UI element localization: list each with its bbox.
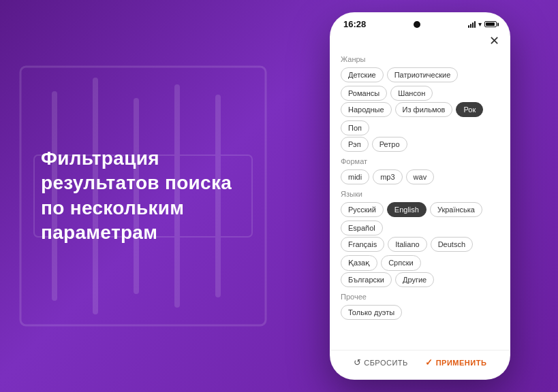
phone-screen: 16:28 ▾ ✕ Жанры bbox=[331, 14, 509, 378]
hero-text: Фильтрация результатов поиска по несколь… bbox=[41, 146, 245, 246]
other-tags-row: Только дуэты bbox=[341, 305, 499, 320]
tag-шансон[interactable]: Шансон bbox=[390, 86, 433, 101]
tag-български[interactable]: Български bbox=[341, 272, 392, 287]
tag-рок[interactable]: Рок bbox=[456, 102, 483, 117]
languages-tags-row-3: Български Другие bbox=[341, 272, 499, 287]
status-time: 16:28 bbox=[343, 19, 366, 29]
close-row: ✕ bbox=[331, 32, 509, 48]
reset-button[interactable]: ↺ СБРОСИТЬ bbox=[354, 357, 408, 368]
tag-народные[interactable]: Народные bbox=[341, 102, 392, 117]
tag-рэп[interactable]: Рэп bbox=[341, 137, 369, 152]
hero-line2: результатов поиска bbox=[41, 173, 232, 194]
tag-français[interactable]: Français bbox=[341, 237, 384, 252]
tag-другие[interactable]: Другие bbox=[395, 272, 434, 287]
genres-section: Жанры Детские Патриотические Романсы Шан… bbox=[341, 55, 499, 152]
bottom-bar: ↺ СБРОСИТЬ ✓ ПРИМЕНИТЬ bbox=[331, 350, 509, 378]
signal-icon bbox=[468, 21, 476, 28]
phone-frame: 16:28 ▾ ✕ Жанры bbox=[330, 12, 510, 380]
tag-ретро[interactable]: Ретро bbox=[372, 137, 407, 152]
apply-button[interactable]: ✓ ПРИМЕНИТЬ bbox=[425, 357, 486, 368]
languages-tags-row-2: Français Italiano Deutsch Қазақ Српски bbox=[341, 237, 499, 271]
languages-tags-row-1: Русский English Українська Español bbox=[341, 202, 499, 235]
apply-label: ПРИМЕНИТЬ bbox=[436, 359, 487, 367]
tag-deutsch[interactable]: Deutsch bbox=[431, 237, 473, 252]
status-icons: ▾ bbox=[468, 20, 497, 28]
tag-қазақ[interactable]: Қазақ bbox=[341, 255, 377, 271]
languages-section: Языки Русский English Українська Español… bbox=[341, 190, 499, 287]
filter-content: Жанры Детские Патриотические Романсы Шан… bbox=[331, 48, 509, 350]
format-label: Формат bbox=[341, 157, 499, 165]
tag-italiano[interactable]: Italiano bbox=[388, 237, 427, 252]
status-bar: 16:28 ▾ bbox=[331, 14, 509, 32]
tag-только-дуэты[interactable]: Только дуэты bbox=[341, 305, 402, 320]
reset-label: СБРОСИТЬ bbox=[364, 359, 408, 367]
hero-line4: параметрам bbox=[41, 222, 157, 243]
hero-line1: Фильтрация bbox=[41, 148, 159, 169]
tag-детские[interactable]: Детские bbox=[341, 67, 384, 82]
other-label: Прочее bbox=[341, 293, 499, 301]
format-tags-row: midi mp3 wav bbox=[341, 169, 499, 184]
tag-українська[interactable]: Українська bbox=[430, 202, 482, 217]
tag-из-фильмов[interactable]: Из фильмов bbox=[395, 102, 453, 117]
tag-поп[interactable]: Поп bbox=[341, 120, 369, 135]
genres-tags-row-2: Народные Из фильмов Рок Поп bbox=[341, 102, 499, 135]
battery-icon bbox=[484, 21, 497, 27]
genres-label: Жанры bbox=[341, 55, 499, 63]
tag-романсы[interactable]: Романсы bbox=[341, 86, 387, 101]
other-section: Прочее Только дуэты bbox=[341, 293, 499, 320]
notch-icon bbox=[414, 21, 420, 28]
genres-tags-row-1: Детские Патриотические Романсы Шансон bbox=[341, 67, 499, 101]
tag-español[interactable]: Español bbox=[341, 220, 383, 235]
tag-русский[interactable]: Русский bbox=[341, 202, 384, 217]
tag-mp3[interactable]: mp3 bbox=[373, 169, 402, 184]
apply-icon: ✓ bbox=[425, 357, 433, 368]
tag-патриотические[interactable]: Патриотические bbox=[387, 67, 459, 82]
hero-line3: по нескольким bbox=[41, 197, 184, 218]
tag-english[interactable]: English bbox=[387, 202, 427, 217]
genres-tags-row-3: Рэп Ретро bbox=[341, 137, 499, 152]
tag-midi[interactable]: midi bbox=[341, 169, 369, 184]
format-section: Формат midi mp3 wav bbox=[341, 157, 499, 184]
close-button[interactable]: ✕ bbox=[489, 35, 499, 47]
wifi-icon: ▾ bbox=[478, 20, 482, 28]
languages-label: Языки bbox=[341, 190, 499, 198]
tag-српски[interactable]: Српски bbox=[381, 255, 420, 271]
reset-icon: ↺ bbox=[354, 357, 362, 368]
tag-wav[interactable]: wav bbox=[406, 169, 435, 184]
